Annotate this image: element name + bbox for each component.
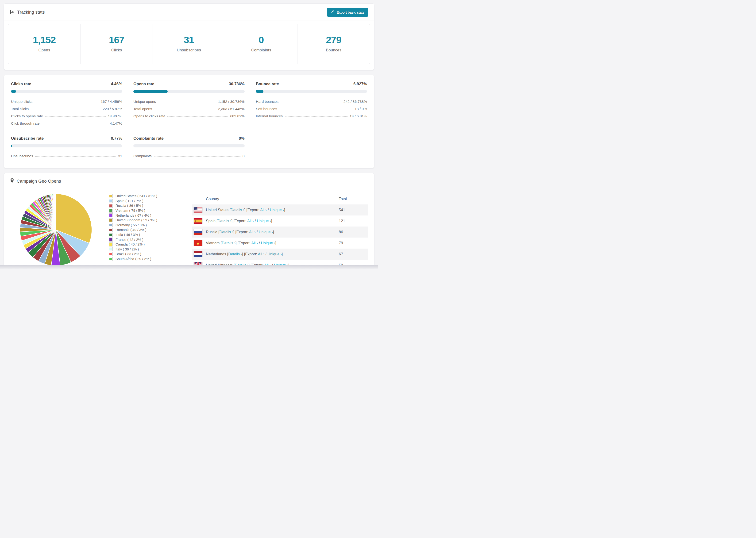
country-cell: Netherlands [Details ›] [Export: All › /… — [206, 252, 339, 256]
export-unique-link-russia[interactable]: Unique › — [259, 230, 273, 234]
geo-table-header-total: Total — [339, 197, 367, 201]
country-cell: Vietnam [Details ›] [Export: All › / Uni… — [206, 241, 339, 245]
legend-label: Spain ( 121 / 7% ) — [116, 199, 143, 203]
rate-row-label: Hard bounces — [256, 99, 279, 104]
dotted-leader — [41, 124, 108, 124]
rate-progress-fill — [11, 144, 12, 147]
rate-row-label: Total opens — [134, 107, 152, 111]
legend-item-united-kingdom: United Kingdom ( 59 / 3% ) — [109, 218, 191, 223]
map-pin-icon — [10, 178, 14, 184]
rate-panel-rows: Hard bounces242 / 86.738%Soft bounces18 … — [256, 98, 367, 120]
rate-row-label: Complaints — [134, 154, 152, 158]
legend-item-brazil: Brazil ( 33 / 2% ) — [109, 252, 191, 256]
legend-swatch — [109, 199, 113, 203]
rate-row-unique-clicks: Unique clicks167 / 4.456% — [11, 98, 122, 105]
rates-card: Clicks rate4.46%Unique clicks167 / 4.456… — [4, 75, 374, 168]
details-link-united-states[interactable]: Details › — [231, 208, 244, 212]
dotted-leader — [31, 109, 101, 109]
dotted-leader — [285, 116, 348, 117]
summary-stat-label: Unsubscribes — [155, 48, 223, 53]
rate-row-value: 0 — [243, 154, 244, 158]
legend-swatch — [109, 218, 113, 222]
rate-panel-value: 30.736% — [229, 82, 244, 86]
rate-panel-head: Clicks rate4.46% — [11, 82, 122, 86]
legend-item-italy: Italy ( 36 / 2% ) — [109, 247, 191, 252]
rate-panel-rows: Complaints0 — [134, 153, 244, 160]
rate-panel-head: Unsubscribe rate0.77% — [11, 136, 122, 141]
details-link-netherlands[interactable]: Details › — [228, 252, 242, 256]
legend-item-spain: Spain ( 121 / 7% ) — [109, 198, 191, 203]
geo-opens-title: Campaign Geo Opens — [17, 179, 61, 184]
rate-panel-value: 0% — [239, 136, 244, 141]
dotted-leader — [35, 156, 116, 157]
rate-row-label: Clicks to opens rate — [11, 114, 43, 118]
rate-row-value: 1,152 / 30.736% — [218, 99, 244, 104]
legend-swatch — [109, 238, 113, 242]
legend-item-south-africa: South Africa ( 29 / 2% ) — [109, 256, 191, 261]
export-all-link-netherlands[interactable]: All › — [258, 252, 264, 256]
legend-item-united-states: United States ( 541 / 31% ) — [109, 194, 191, 198]
rate-row-value: 220 / 5.87% — [103, 107, 122, 111]
export-unique-link-netherlands[interactable]: Unique › — [267, 252, 282, 256]
rate-panel-title: Unsubscribe rate — [11, 136, 44, 141]
summary-stat-clicks: 167Clicks — [81, 24, 153, 64]
export-unique-link-united-states[interactable]: Unique › — [270, 208, 284, 212]
export-unique-link-vietnam[interactable]: Unique › — [261, 241, 275, 245]
summary-stat-value: 31 — [155, 34, 223, 45]
export-all-link-vietnam[interactable]: All › — [251, 241, 258, 245]
country-row-russia: Russia [Details ›] [Export: All › / Uniq… — [192, 227, 368, 238]
legend-swatch — [109, 247, 113, 251]
rate-progress-track — [11, 144, 122, 147]
rate-row-opens-to-clicks-rate: Opens to clicks rate689.82% — [134, 113, 244, 120]
legend-item-russia: Russia ( 86 / 5% ) — [109, 203, 191, 208]
legend-item-vietnam: Vietnam ( 79 / 5% ) — [109, 208, 191, 213]
details-link-spain[interactable]: Details › — [218, 219, 232, 223]
country-row-united-states: United States [Details ›] [Export: All ›… — [192, 204, 368, 215]
rate-row-total-clicks: Total clicks220 / 5.87% — [11, 105, 122, 113]
flag-nl-icon — [194, 251, 206, 257]
export-all-link-russia[interactable]: All › — [249, 230, 256, 234]
summary-stat-value: 1,152 — [11, 34, 78, 45]
rate-row-clicks-to-opens-rate: Clicks to opens rate14.497% — [11, 113, 122, 120]
summary-stat-label: Complaints — [228, 48, 295, 53]
export-all-link-united-states[interactable]: All › — [260, 208, 267, 212]
rate-panel-rows: Unique clicks167 / 4.456%Total clicks220… — [11, 98, 122, 127]
export-basic-stats-button[interactable]: Export basic stats — [327, 8, 368, 17]
rate-row-label: Click through rate — [11, 121, 39, 126]
legend-swatch — [109, 242, 113, 246]
details-link-vietnam[interactable]: Details › — [222, 241, 236, 245]
legend-item-germany: Germany ( 55 / 3% ) — [109, 223, 191, 228]
bar-chart-icon — [10, 10, 15, 15]
summary-stat-complaints: 0Complaints — [225, 24, 297, 64]
country-row-netherlands: Netherlands [Details ›] [Export: All › /… — [192, 248, 368, 260]
details-link-russia[interactable]: Details › — [220, 230, 233, 234]
rate-panel-bounce-rate: Bounce rate6.927%Hard bounces242 / 86.73… — [256, 82, 367, 127]
rate-row-complaints: Complaints0 — [134, 153, 244, 160]
rate-progress-track — [134, 144, 244, 147]
summary-stat-unsubscribes: 31Unsubscribes — [153, 24, 225, 64]
dotted-leader — [154, 109, 216, 109]
export-unique-link-spain[interactable]: Unique › — [257, 219, 271, 223]
rate-panel-title: Clicks rate — [11, 82, 31, 86]
legend-label: Germany ( 55 / 3% ) — [116, 223, 147, 227]
dotted-leader — [279, 109, 352, 109]
rate-row-unique-opens: Unique opens1,152 / 30.736% — [134, 98, 244, 105]
dotted-leader — [154, 156, 241, 157]
export-all-link-spain[interactable]: All › — [247, 219, 254, 223]
rate-row-label: Unique clicks — [11, 99, 32, 104]
country-total: 86 — [339, 230, 367, 234]
rate-progress-track — [11, 90, 122, 93]
rate-panel-complaints-rate: Complaints rate0%Complaints0 — [134, 136, 244, 160]
summary-stat-label: Clicks — [83, 48, 150, 53]
legend-item-france: France ( 42 / 2% ) — [109, 237, 191, 242]
rate-row-value: 167 / 4.456% — [101, 99, 122, 104]
flag-vn-icon — [194, 240, 206, 246]
legend-label: Vietnam ( 79 / 5% ) — [116, 209, 145, 212]
rate-progress-track — [134, 90, 244, 93]
rates-grid: Clicks rate4.46%Unique clicks167 / 4.456… — [11, 82, 367, 160]
summary-stat-bounces: 279Bounces — [297, 24, 370, 64]
summary-stats-wrap: 1,152Opens167Clicks31Unsubscribes0Compla… — [4, 21, 374, 70]
tracking-stats-page: Tracking stats Export basic stats 1,152O… — [0, 0, 378, 269]
summary-stat-label: Opens — [11, 48, 78, 53]
legend-label: Russia ( 86 / 5% ) — [116, 204, 143, 207]
